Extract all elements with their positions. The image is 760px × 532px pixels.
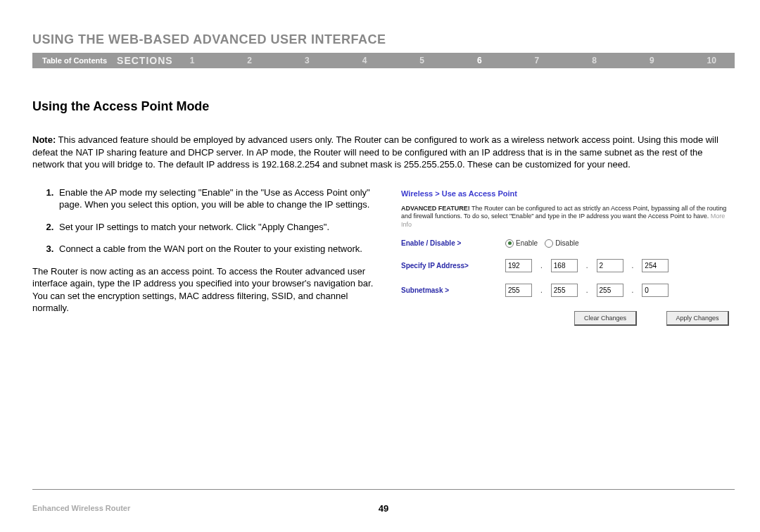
ip-dot: . [631, 286, 635, 294]
mask-octet-2[interactable] [551, 284, 578, 297]
enable-radio-label: Enable [516, 239, 538, 247]
nav-section-2[interactable]: 2 [247, 56, 252, 65]
ip-dot: . [585, 286, 590, 294]
nav-section-4[interactable]: 4 [362, 56, 367, 65]
ip-address-label: Specify IP Address> [401, 262, 505, 270]
clear-changes-button[interactable]: Clear Changes [574, 311, 637, 326]
step-1: Enable the AP mode my selecting "Enable"… [56, 186, 384, 211]
closing-paragraph: The Router is now acting as an access po… [32, 265, 384, 315]
nav-section-3[interactable]: 3 [305, 56, 310, 65]
nav-section-10[interactable]: 10 [707, 56, 716, 65]
section-title: Using the Access Point Mode [32, 99, 735, 114]
nav-toc-link[interactable]: Table of Contents [32, 56, 117, 65]
ip-octet-3[interactable] [597, 259, 623, 272]
note-text: This advanced feature should be employed… [32, 134, 718, 170]
ip-dot: . [539, 286, 544, 294]
radio-dot-selected-icon [505, 239, 514, 248]
ip-address-fields: . . . [505, 259, 669, 272]
apply-changes-button[interactable]: Apply Changes [666, 311, 729, 326]
note-paragraph: Note: This advanced feature should be em… [32, 134, 735, 171]
section-navbar: Table of Contents SECTIONS 12345678910 [32, 53, 735, 68]
disable-radio-label: Disable [555, 239, 578, 247]
nav-section-1[interactable]: 1 [190, 56, 195, 65]
mask-octet-3[interactable] [597, 284, 623, 297]
footer-product-name: Enhanced Wireless Router [32, 504, 130, 512]
ip-dot: . [539, 262, 544, 270]
nav-section-8[interactable]: 8 [592, 56, 597, 65]
step-3: Connect a cable from the WAN port on the… [56, 243, 384, 255]
footer-rule [32, 489, 735, 490]
ip-dot: . [631, 262, 635, 270]
ip-octet-1[interactable] [505, 259, 532, 272]
nav-section-7[interactable]: 7 [535, 56, 540, 65]
page-number: 49 [379, 503, 388, 514]
ip-dot: . [585, 262, 590, 270]
note-label: Note: [32, 134, 56, 145]
steps-list: Enable the AP mode my selecting "Enable"… [32, 186, 384, 255]
mask-octet-1[interactable] [505, 284, 532, 297]
panel-breadcrumb[interactable]: Wireless > Use as Access Point [401, 189, 735, 198]
enable-radio[interactable]: Enable [505, 239, 538, 248]
ip-octet-4[interactable] [642, 259, 669, 272]
chapter-title: USING THE WEB-BASED ADVANCED USER INTERF… [32, 32, 735, 47]
nav-sections-label: SECTIONS [117, 55, 190, 66]
radio-dot-icon [545, 239, 553, 248]
disable-radio[interactable]: Disable [545, 239, 578, 248]
panel-advanced-note: ADVANCED FEATURE! The Router can be conf… [401, 205, 735, 229]
nav-section-6[interactable]: 6 [477, 56, 482, 65]
subnet-mask-fields: . . . [505, 284, 669, 297]
ip-octet-2[interactable] [551, 259, 578, 272]
adv-label: ADVANCED FEATURE! [401, 205, 470, 212]
nav-section-5[interactable]: 5 [419, 56, 424, 65]
nav-section-9[interactable]: 9 [650, 56, 654, 65]
mask-octet-4[interactable] [642, 284, 669, 297]
enable-disable-label: Enable / Disable > [401, 239, 505, 247]
subnet-mask-label: Subnetmask > [401, 286, 505, 294]
step-2: Set your IP settings to match your netwo… [56, 221, 384, 234]
router-ui-panel: Wireless > Use as Access Point ADVANCED … [401, 186, 735, 326]
